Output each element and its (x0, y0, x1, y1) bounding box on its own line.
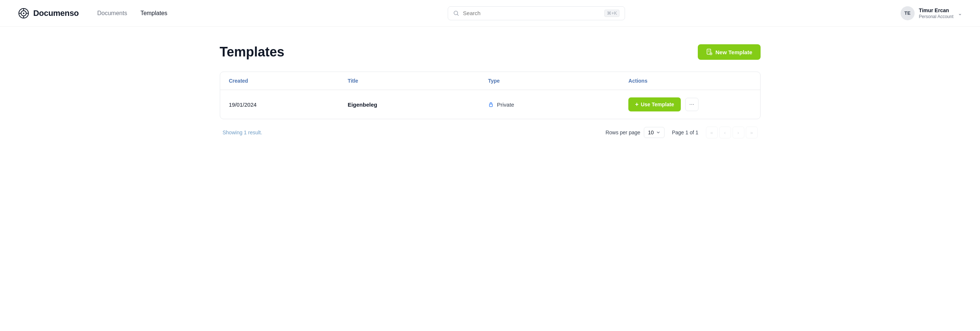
header: Documenso Documents Templates ⌘+K TE Tim… (0, 0, 980, 27)
next-page-button[interactable]: › (732, 127, 745, 138)
actions-cell: + Use Template ··· (628, 97, 751, 111)
cell-type: Private (479, 90, 619, 119)
prev-page-button[interactable]: ‹ (719, 127, 731, 138)
first-page-icon: « (710, 130, 713, 135)
search-input[interactable] (463, 10, 601, 16)
nav-item-templates[interactable]: Templates (135, 7, 172, 19)
type-cell: Private (488, 101, 611, 108)
svg-rect-15 (490, 104, 492, 107)
type-text: Private (497, 101, 514, 108)
cell-created: 19/01/2024 (220, 90, 339, 119)
table-footer: Showing 1 result. Rows per page 10 Page … (220, 119, 760, 138)
user-menu[interactable]: TE Timur Ercan Personal Account ⌄ (900, 6, 962, 20)
pagination-controls: « ‹ › » (706, 127, 757, 138)
page-header: Templates New Template (220, 44, 760, 60)
table-row: 19/01/2024 Eigenbeleg Private (220, 90, 760, 119)
user-name: Timur Ercan (919, 7, 953, 14)
main-nav: Documents Templates (92, 7, 172, 19)
logo[interactable]: Documenso (18, 7, 79, 19)
more-options-button[interactable]: ··· (685, 98, 698, 111)
rows-per-page-value: 10 (648, 130, 654, 135)
search-icon (453, 10, 459, 16)
new-template-button[interactable]: New Template (698, 44, 760, 60)
page-info: Page 1 of 1 (672, 130, 698, 135)
cell-actions: + Use Template ··· (619, 90, 760, 119)
new-doc-icon (706, 49, 713, 55)
templates-table: Created Title Type Actions 19/01/2024 Ei… (220, 72, 760, 119)
ellipsis-icon: ··· (689, 101, 694, 108)
logo-icon (18, 7, 30, 19)
next-page-icon: › (737, 130, 739, 135)
pagination-right: Rows per page 10 Page 1 of 1 « ‹ › (605, 127, 757, 138)
new-template-label: New Template (716, 49, 752, 55)
col-header-title: Title (339, 72, 479, 90)
use-template-label: Use Template (641, 101, 674, 108)
cell-title-text: Eigenbeleg (348, 101, 377, 108)
cell-title: Eigenbeleg (339, 90, 479, 119)
table-header: Created Title Type Actions (220, 72, 760, 90)
prev-page-icon: ‹ (724, 130, 725, 135)
rows-per-page: Rows per page 10 (605, 127, 665, 138)
user-account: Personal Account (919, 14, 953, 19)
col-header-type: Type (479, 72, 619, 90)
result-count: Showing 1 result. (223, 130, 262, 135)
search-shortcut: ⌘+K (605, 10, 619, 17)
first-page-button[interactable]: « (706, 127, 718, 138)
main-content: Templates New Template Created Title Typ… (202, 27, 778, 150)
plus-icon: + (635, 101, 638, 108)
nav-item-documents[interactable]: Documents (92, 7, 132, 19)
avatar: TE (900, 6, 915, 20)
table-header-row: Created Title Type Actions (220, 72, 760, 90)
col-header-created: Created (220, 72, 339, 90)
search-wrapper[interactable]: ⌘+K (448, 6, 625, 20)
chevron-down-icon (656, 130, 660, 135)
chevron-down-icon: ⌄ (958, 10, 962, 16)
rows-per-page-label: Rows per page (605, 130, 640, 135)
last-page-icon: » (750, 130, 753, 135)
lock-icon (488, 101, 494, 108)
col-header-actions: Actions (619, 72, 760, 90)
svg-point-2 (23, 13, 24, 14)
last-page-button[interactable]: » (746, 127, 757, 138)
user-info: Timur Ercan Personal Account (919, 7, 953, 19)
search-container: ⌘+K (448, 6, 625, 20)
logo-text: Documenso (33, 8, 79, 18)
rows-per-page-select[interactable]: 10 (644, 127, 665, 138)
table-body: 19/01/2024 Eigenbeleg Private (220, 90, 760, 119)
use-template-button[interactable]: + Use Template (628, 97, 681, 111)
header-left: Documenso Documents Templates (18, 7, 172, 19)
page-title: Templates (220, 44, 285, 60)
svg-line-8 (457, 14, 459, 16)
templates-table-container: Created Title Type Actions 19/01/2024 Ei… (220, 71, 760, 119)
